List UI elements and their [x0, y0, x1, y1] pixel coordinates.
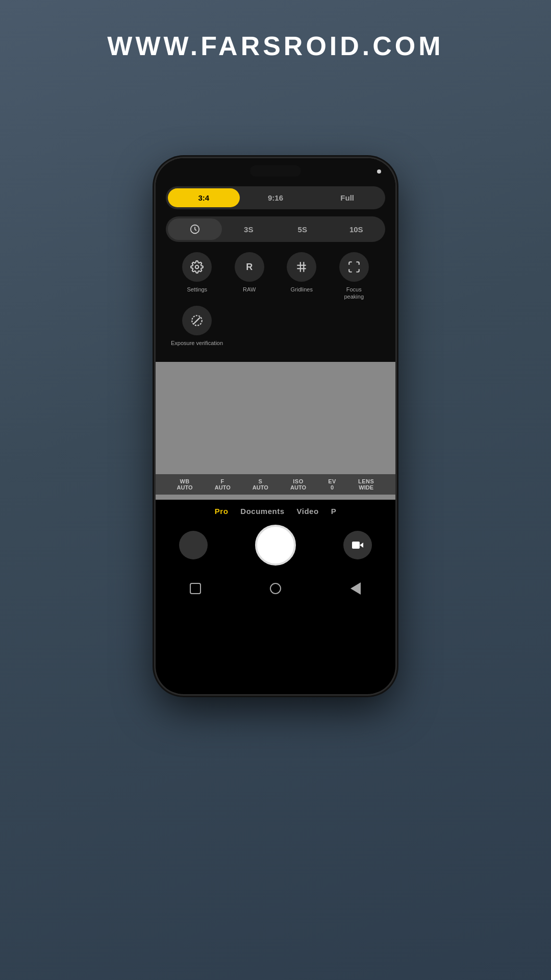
options-grid: Settings R RAW: [166, 252, 385, 301]
s-value: AUTO: [253, 484, 268, 491]
tab-pro[interactable]: Pro: [215, 507, 229, 516]
iso-control[interactable]: ISO AUTO: [290, 478, 306, 491]
gear-icon: [190, 260, 204, 274]
lens-label: LENS: [358, 478, 374, 484]
focus-peaking-icon-bg: [339, 252, 369, 282]
focus-peaking-option[interactable]: Focuspeaking: [328, 252, 381, 301]
nav-home-button[interactable]: [268, 581, 283, 596]
gridlines-icon-bg: [287, 252, 316, 282]
settings-option[interactable]: Settings: [171, 252, 223, 301]
video-icon: [352, 539, 364, 551]
timer-clock-button[interactable]: [168, 218, 222, 240]
navigation-bar: [156, 576, 395, 611]
video-button[interactable]: [343, 531, 372, 559]
settings-panel: 3:4 9:16 Full 3S 5S 10S: [156, 158, 395, 362]
raw-icon: R: [246, 262, 253, 273]
tab-p[interactable]: P: [331, 507, 337, 516]
phone-container: 3:4 9:16 Full 3S 5S 10S: [156, 158, 395, 694]
f-control[interactable]: F AUTO: [215, 478, 231, 491]
timer-10s-button[interactable]: 10S: [330, 220, 384, 239]
exposure-label: Exposure verification: [171, 339, 223, 347]
gallery-thumbnail[interactable]: [179, 531, 208, 559]
raw-label: RAW: [243, 286, 256, 293]
exposure-icon-bg: [182, 306, 212, 335]
viewfinder: WB AUTO F AUTO S AUTO ISO AUTO: [156, 362, 395, 500]
f-value: AUTO: [215, 484, 231, 491]
raw-icon-bg: R: [235, 252, 264, 282]
phone-frame: 3:4 9:16 Full 3S 5S 10S: [156, 158, 395, 694]
iso-label: ISO: [293, 478, 303, 484]
timer-3s-button[interactable]: 3S: [222, 220, 276, 239]
ev-label: EV: [328, 478, 336, 484]
exposure-verification-icon: [190, 314, 204, 327]
tab-video[interactable]: Video: [297, 507, 319, 516]
home-icon: [270, 583, 281, 594]
timer-selector: 3S 5S 10S: [166, 216, 385, 242]
f-label: F: [221, 478, 224, 484]
gridlines-label: Gridlines: [291, 286, 313, 293]
tab-documents[interactable]: Documents: [240, 507, 284, 516]
svg-rect-10: [352, 542, 360, 549]
aspect-ratio-selector: 3:4 9:16 Full: [166, 186, 385, 209]
settings-icon-bg: [182, 252, 212, 282]
gridlines-option[interactable]: Gridlines: [276, 252, 328, 301]
s-control[interactable]: S AUTO: [253, 478, 268, 491]
phone-screen: 3:4 9:16 Full 3S 5S 10S: [156, 158, 395, 694]
wb-label: WB: [180, 478, 189, 484]
svg-marker-9: [360, 543, 363, 548]
timer-5s-button[interactable]: 5S: [276, 220, 330, 239]
aspect-3-4-button[interactable]: 3:4: [168, 188, 240, 207]
focus-peaking-label: Focuspeaking: [344, 286, 364, 301]
lens-control[interactable]: LENS WIDE: [358, 478, 374, 491]
lens-value: WIDE: [359, 484, 373, 491]
camera-controls-bar: WB AUTO F AUTO S AUTO ISO AUTO: [156, 474, 395, 495]
options-row2: Exposure verification: [166, 306, 385, 352]
mode-tabs: Pro Documents Video P: [156, 500, 395, 520]
shutter-button[interactable]: [255, 525, 296, 566]
clock-icon: [189, 224, 201, 235]
exposure-option[interactable]: Exposure verification: [171, 306, 223, 347]
nav-recent-apps-button[interactable]: [188, 581, 203, 596]
front-camera-dot: [377, 169, 381, 174]
nav-back-button[interactable]: [348, 581, 363, 596]
ev-value: 0: [331, 484, 334, 491]
ev-control[interactable]: EV 0: [328, 478, 336, 491]
hash-icon: [295, 260, 308, 274]
settings-label: Settings: [187, 286, 207, 293]
raw-option[interactable]: R RAW: [223, 252, 276, 301]
iso-value: AUTO: [290, 484, 306, 491]
wb-control[interactable]: WB AUTO: [177, 478, 193, 491]
svg-point-1: [195, 265, 199, 269]
shutter-area: [156, 520, 395, 576]
aspect-full-button[interactable]: Full: [311, 188, 383, 207]
s-label: S: [258, 478, 262, 484]
aspect-9-16-button[interactable]: 9:16: [240, 188, 312, 207]
notch: [250, 165, 301, 177]
recent-apps-icon: [190, 583, 201, 594]
svg-line-8: [195, 318, 199, 323]
wb-value: AUTO: [177, 484, 193, 491]
focus-icon: [347, 260, 361, 274]
watermark-text: WWW.FARSROID.COM: [0, 31, 551, 61]
back-icon: [350, 582, 361, 595]
